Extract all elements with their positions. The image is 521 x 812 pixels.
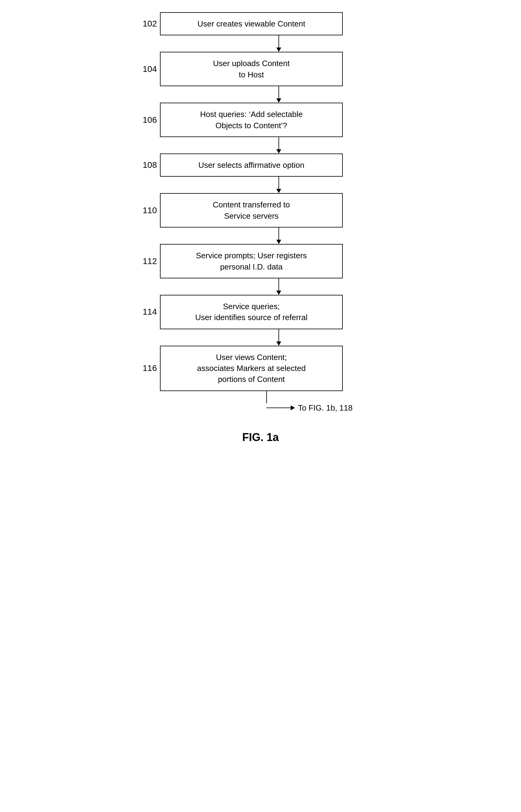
arrow-1 — [142, 35, 416, 52]
step-row-114: 114 Service queries; User identifies sou… — [123, 295, 398, 329]
arrow-7 — [142, 329, 416, 346]
box-108: User selects affirmative option — [160, 154, 343, 177]
step-row-108: 108 User selects affirmative option — [123, 154, 398, 177]
box-116: User views Content; associates Markers a… — [160, 346, 343, 391]
arrow-3 — [142, 137, 416, 154]
box-112: Service prompts; User registers personal… — [160, 244, 343, 278]
step-row-112: 112 Service prompts; User registers pers… — [123, 244, 398, 278]
connector-arrowhead — [291, 405, 295, 410]
arrow-5 — [142, 228, 416, 244]
step-row-116: 116 User views Content; associates Marke… — [123, 346, 398, 391]
label-114: 114 — [123, 307, 160, 317]
to-fig-label: To FIG. 1b, 118 — [298, 403, 353, 413]
arrow-6 — [142, 278, 416, 295]
box-106: Host queries: ‘Add selectable Objects to… — [160, 103, 343, 137]
label-106: 106 — [123, 115, 160, 125]
step-row-104: 104 User uploads Content to Host — [123, 52, 398, 86]
box-104: User uploads Content to Host — [160, 52, 343, 86]
connector-h-line — [266, 408, 291, 408]
label-108: 108 — [123, 160, 160, 170]
box-114: Service queries; User identifies source … — [160, 295, 343, 329]
arrow-2 — [142, 86, 416, 103]
label-112: 112 — [123, 256, 160, 266]
arrow-4 — [142, 177, 416, 193]
label-102: 102 — [123, 19, 160, 29]
label-110: 110 — [123, 206, 160, 215]
box-110: Content transferred to Service servers — [160, 193, 343, 228]
to-fig-connector: To FIG. 1b, 118 — [160, 391, 398, 413]
connector-horizontal: To FIG. 1b, 118 — [266, 403, 353, 413]
label-104: 104 — [123, 64, 160, 74]
step-row-110: 110 Content transferred to Service serve… — [123, 193, 398, 228]
step-row-102: 102 User creates viewable Content — [123, 12, 398, 35]
figure-caption: FIG. 1a — [242, 431, 279, 444]
diagram-container: 102 User creates viewable Content 104 Us… — [123, 12, 398, 444]
label-116: 116 — [123, 363, 160, 373]
box-102: User creates viewable Content — [160, 12, 343, 35]
step-row-106: 106 Host queries: ‘Add selectable Object… — [123, 103, 398, 137]
connector-vertical-line — [266, 391, 267, 403]
